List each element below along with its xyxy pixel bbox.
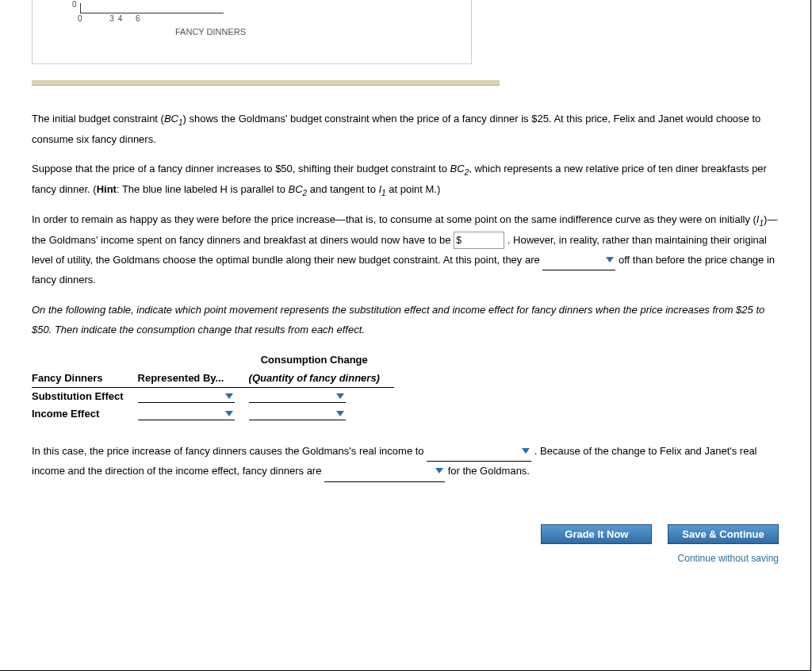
row-income-label: Income Effect — [32, 408, 99, 420]
chevron-down-icon — [435, 468, 443, 474]
income-input[interactable] — [454, 232, 504, 249]
chart-fragment: 0 0 3 4 6 FANCY DINNERS — [32, 0, 472, 64]
continue-without-saving-link[interactable]: Continue without saving — [678, 553, 779, 564]
chevron-down-icon — [606, 257, 614, 263]
col-fancy-dinners: Fancy Dinners — [32, 369, 138, 388]
better-worse-dropdown[interactable] — [542, 251, 615, 271]
col-quantity: (Quantity of fancy dinners) — [249, 369, 394, 388]
paragraph-1: The initial budget constraint (BC1) show… — [32, 109, 779, 149]
chevron-down-icon — [336, 411, 344, 416]
good-type-dropdown[interactable] — [324, 462, 445, 482]
y-tick-0: 0 — [72, 0, 77, 9]
paragraph-3: In order to remain as happy as they were… — [32, 210, 779, 290]
chevron-down-icon — [225, 393, 233, 399]
paragraph-5: In this case, the price increase of fanc… — [32, 442, 779, 482]
button-row: Grade It Now Save & Continue — [0, 508, 810, 549]
paragraph-2: Suppose that the price of a fancy dinner… — [32, 159, 779, 200]
table-super-header: Consumption Change — [249, 351, 394, 369]
divider — [32, 80, 500, 86]
col-represented-by: Represented By... — [138, 369, 249, 388]
chevron-down-icon — [336, 393, 344, 399]
x-ticks: 0 3 4 6 — [80, 14, 140, 23]
income-represented-dropdown[interactable] — [138, 408, 235, 420]
paragraph-4-instructions: On the following table, indicate which p… — [32, 301, 779, 339]
table-row: Income Effect — [32, 405, 394, 423]
substitution-represented-dropdown[interactable] — [138, 390, 235, 403]
x-tick-4: 4 — [118, 14, 123, 23]
save-continue-button[interactable]: Save & Continue — [668, 524, 779, 544]
x-axis-label: FANCY DINNERS — [175, 27, 246, 36]
substitution-quantity-dropdown[interactable] — [249, 390, 346, 403]
income-quantity-dropdown[interactable] — [249, 408, 346, 420]
chevron-down-icon — [522, 448, 530, 454]
row-substitution-label: Substitution Effect — [32, 390, 124, 402]
real-income-dropdown[interactable] — [427, 442, 531, 462]
effects-table: Consumption Change Fancy Dinners Represe… — [32, 351, 779, 423]
grade-it-now-button[interactable]: Grade It Now — [541, 524, 652, 544]
chart-axis — [80, 3, 224, 13]
x-tick-6: 6 — [136, 14, 140, 23]
x-tick-3: 3 — [109, 14, 114, 23]
table-row: Substitution Effect — [32, 387, 394, 405]
chevron-down-icon — [225, 411, 233, 416]
x-tick-0: 0 — [78, 14, 82, 23]
